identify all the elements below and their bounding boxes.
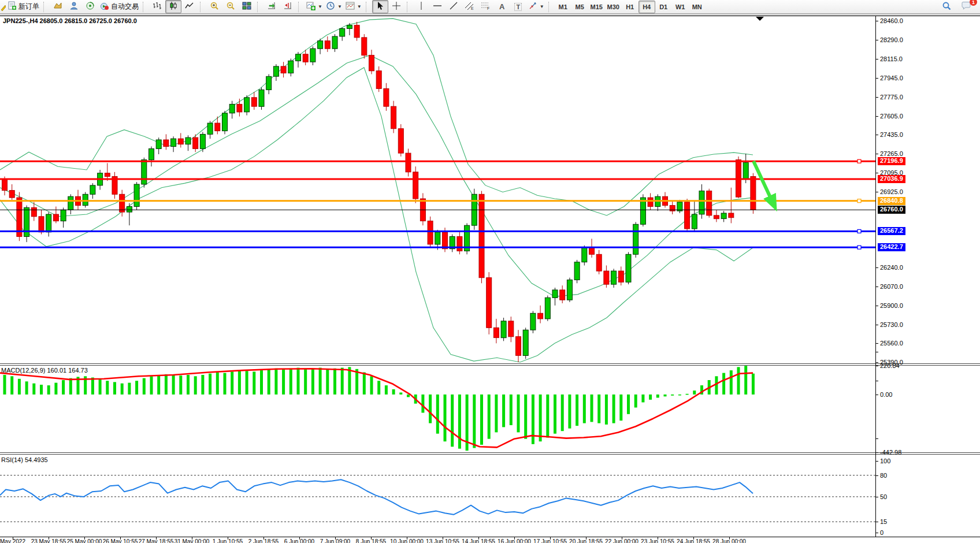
chart-area[interactable]: JPN225-,H4 26805.0 26815.0 26725.0 26760… — [0, 14, 980, 543]
hline-anchor-marker[interactable] — [858, 246, 861, 249]
axis-tick — [876, 343, 878, 344]
axis-tick — [876, 395, 878, 395]
auto-trading-button[interactable]: 自动交易 — [98, 0, 140, 13]
candle-body — [296, 54, 301, 61]
sell-arrow-annotation[interactable] — [753, 161, 773, 203]
crosshair-button[interactable] — [388, 0, 404, 13]
macd-histogram-bar — [612, 395, 615, 423]
hline-anchor-marker[interactable] — [858, 229, 861, 233]
timeframe-button-d1[interactable]: D1 — [655, 1, 672, 13]
axis-tick — [876, 362, 878, 363]
macd-histogram-bar — [32, 384, 35, 395]
rsi-panel[interactable] — [0, 455, 875, 537]
templates-button[interactable]: ▼ — [344, 0, 363, 13]
price-tick-label: 26925.0 — [880, 188, 903, 195]
macd-panel[interactable] — [0, 366, 875, 452]
timeframe-button-m5[interactable]: M5 — [571, 1, 588, 13]
price-axis[interactable]: 28460.028290.028115.027945.027775.027605… — [875, 16, 980, 537]
trendline-tool[interactable] — [446, 0, 462, 13]
macd-histogram-bar — [62, 380, 65, 395]
horizontal-line-tool[interactable] — [429, 0, 446, 13]
macd-histogram-bar — [641, 395, 644, 403]
timeframe-button-mn[interactable]: MN — [689, 1, 706, 13]
panel-divider[interactable] — [0, 363, 980, 366]
text-tool[interactable]: A — [494, 0, 510, 13]
rsi-tick-label: 80 — [880, 472, 887, 479]
candle-body — [142, 160, 147, 184]
separator — [143, 2, 147, 12]
timeframe-button-m1[interactable]: M1 — [555, 1, 571, 13]
zoom-in-button[interactable] — [206, 0, 222, 13]
search-button[interactable] — [938, 0, 955, 13]
tile-windows-button[interactable] — [239, 0, 255, 13]
hline-anchor-marker[interactable] — [858, 159, 861, 163]
macd-histogram-bar — [568, 395, 571, 429]
candle-body — [685, 202, 690, 229]
auto-scroll-button[interactable] — [263, 0, 280, 13]
current-price-line[interactable] — [0, 210, 875, 210]
horizontal-line-object[interactable] — [0, 178, 875, 180]
bar-chart-icon — [153, 1, 162, 12]
rsi-tick-label: 100 — [880, 458, 890, 464]
horizontal-line-object[interactable] — [0, 161, 875, 162]
navigator-button[interactable] — [66, 0, 82, 13]
chart-shift-icon — [283, 1, 292, 12]
candle-body — [618, 271, 623, 282]
arrows-tool[interactable]: ▼ — [526, 0, 546, 13]
timeframe-button-m15[interactable]: M15 — [588, 1, 605, 13]
candle-body — [273, 66, 279, 76]
axis-tick — [876, 533, 878, 533]
terminal-button[interactable] — [82, 0, 98, 13]
candlestick-type-button[interactable] — [165, 0, 181, 13]
time-axis[interactable]: May 202223 May 18:5525 May 00:0026 May 1… — [0, 537, 980, 543]
chat-button[interactable]: 1 — [958, 0, 974, 13]
vline-icon — [417, 1, 425, 12]
timeframe-button-h4[interactable]: H4 — [639, 1, 655, 13]
timeframe-button-m30[interactable]: M30 — [605, 1, 622, 13]
macd-histogram-bar — [495, 395, 498, 433]
axis-tick — [876, 192, 878, 192]
hline-price-label: 27036.9 — [878, 175, 905, 183]
main-chart-panel[interactable] — [0, 16, 875, 363]
bollinger-middle-band — [0, 55, 753, 297]
candle-body — [435, 232, 440, 244]
time-tick-label: 1 Jun 10:55 — [213, 538, 243, 543]
candle-body — [743, 162, 748, 179]
macd-histogram-bar — [488, 395, 491, 439]
hline-anchor-marker[interactable] — [858, 199, 861, 203]
chart-shift-button[interactable] — [280, 0, 296, 13]
time-tick-label: 24 Jun 18:55 — [677, 538, 710, 543]
market-watch-button[interactable] — [50, 0, 66, 13]
chart-shift-marker[interactable] — [756, 17, 764, 21]
rsi-tick-label: 15 — [880, 518, 887, 525]
vertical-line-tool[interactable] — [413, 0, 429, 13]
axis-tick — [876, 497, 878, 497]
horizontal-line-object[interactable] — [0, 230, 875, 232]
macd-histogram-bar — [730, 370, 733, 395]
time-tick-label: 27 May 18:55 — [139, 538, 174, 543]
new-order-button[interactable]: 新订单 — [6, 0, 41, 13]
horizontal-line-object[interactable] — [0, 200, 875, 202]
zoom-out-button[interactable] — [222, 0, 239, 13]
indicators-button[interactable]: ▼ — [305, 0, 324, 13]
price-tick-label: 27775.0 — [880, 94, 903, 101]
channel-tool[interactable]: E — [462, 0, 478, 13]
fibonacci-tool[interactable]: F — [478, 0, 494, 13]
panel-divider[interactable] — [0, 452, 980, 455]
candle-body — [648, 198, 653, 206]
timeframe-button-w1[interactable]: W1 — [672, 1, 689, 13]
macd-histogram-bar — [693, 390, 696, 395]
macd-histogram-bar — [444, 395, 447, 441]
timeframe-button-h1[interactable]: H1 — [622, 1, 639, 13]
horizontal-line-object[interactable] — [0, 247, 875, 248]
periods-button[interactable]: ▼ — [324, 0, 344, 13]
bar-chart-type-button[interactable] — [149, 0, 165, 13]
candle-body — [611, 271, 617, 284]
candle-body — [391, 106, 396, 129]
label-tool[interactable]: T — [510, 0, 526, 13]
macd-histogram-bar — [546, 395, 549, 438]
line-chart-type-button[interactable] — [181, 0, 198, 13]
axis-tick — [876, 97, 878, 98]
cursor-button[interactable] — [372, 0, 388, 13]
macd-tick-label: -442.98 — [880, 449, 901, 456]
